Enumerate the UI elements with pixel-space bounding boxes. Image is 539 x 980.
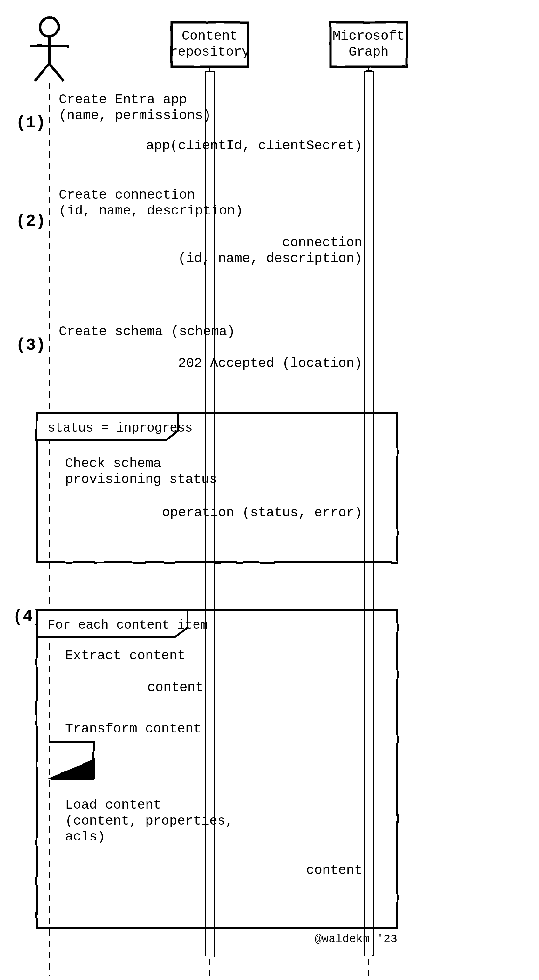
svg-point-1 xyxy=(40,18,59,37)
actor xyxy=(30,18,68,81)
credit: @waldekm '23 xyxy=(315,933,397,946)
msg-4d-line2: (content, properties, xyxy=(65,813,233,829)
msg-4b-line1: content xyxy=(148,680,204,695)
msg-4d-line3: acls) xyxy=(65,829,105,845)
loop-2-guard: For each content item xyxy=(48,618,208,632)
participant-content-repository-label-2: repository xyxy=(170,45,250,60)
msg-1a-line1: Create Entra app xyxy=(59,92,187,107)
svg-line-4 xyxy=(35,64,49,81)
msg-4a-line1: Extract content xyxy=(65,648,185,663)
msg-4d-line1: Load content xyxy=(65,798,161,813)
participant-msgraph-label-2: Graph xyxy=(349,45,389,60)
msg-3b-line1: 202 Accepted (location) xyxy=(178,356,362,371)
participant-content-repository-label-1: Content xyxy=(182,29,238,44)
sequence-diagram: Content repository Microsoft Graph (1) C… xyxy=(0,0,539,980)
svg-line-5 xyxy=(49,64,64,81)
msg-4e-line1: content xyxy=(306,863,362,878)
msg-3a-line1: Create schema (schema) xyxy=(59,324,235,339)
msg-4c-line1: Transform content xyxy=(65,721,201,737)
msg-3c-line1: Check schema xyxy=(65,456,161,471)
msg-2b-line2: (id, name, description) xyxy=(178,251,362,266)
participant-msgraph-label-1: Microsoft xyxy=(333,29,405,44)
loop-1-frame xyxy=(37,413,397,562)
activation-msgraph-fill xyxy=(364,72,373,955)
msg-2b-line1: connection xyxy=(282,235,362,250)
loop-1-guard: status = inprogress xyxy=(48,421,192,435)
msg-1a-line2: (name, permissions) xyxy=(59,108,211,123)
msg-4c-arrow xyxy=(49,742,94,778)
msg-3d-line1: operation (status, error) xyxy=(162,505,362,520)
msg-2a-line2: (id, name, description) xyxy=(59,204,243,219)
msg-1b-line1: app(clientId, clientSecret) xyxy=(146,138,362,153)
step-2-label: (2) xyxy=(16,212,46,231)
step-1-label: (1) xyxy=(16,113,46,132)
msg-2a-line1: Create connection xyxy=(59,188,195,203)
step-3-label: (3) xyxy=(16,336,46,355)
msg-3c-line2: provisioning status xyxy=(65,472,217,487)
